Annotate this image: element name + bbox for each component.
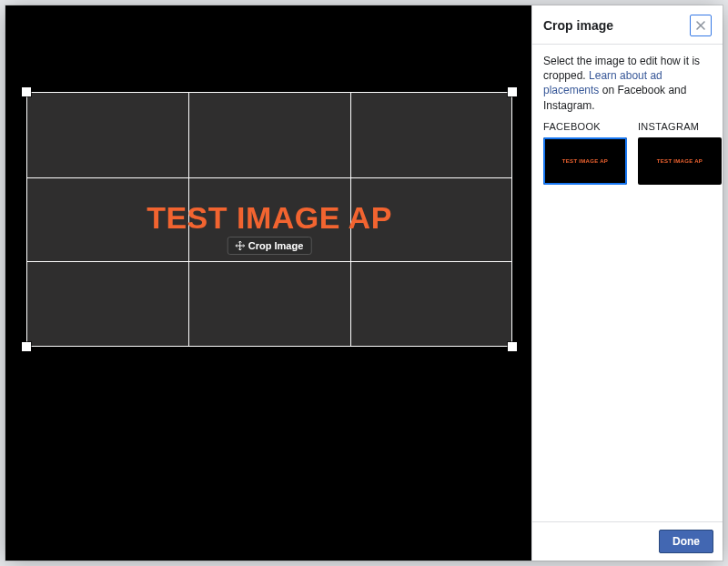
- crop-image-tooltip-label: Crop Image: [248, 240, 304, 251]
- instagram-thumb[interactable]: TEST IMAGE AP: [638, 137, 722, 185]
- image-overlay-text: TEST IMAGE AP: [27, 200, 511, 236]
- crop-handle-top-right[interactable]: [508, 87, 517, 96]
- close-button[interactable]: [690, 15, 712, 36]
- crop-handle-top-left[interactable]: [22, 87, 31, 96]
- thumb-mini-text: TEST IMAGE AP: [657, 157, 703, 165]
- facebook-thumb-col: FACEBOOK TEST IMAGE AP: [543, 120, 627, 185]
- sidebar-title: Crop image: [543, 18, 613, 33]
- crop-handle-bottom-right[interactable]: [508, 342, 517, 351]
- crop-handle-bottom-left[interactable]: [22, 342, 31, 351]
- instagram-thumb-col: INSTAGRAM TEST IMAGE AP: [638, 120, 722, 185]
- crop-image-dialog: TEST IMAGE AP Crop Image: [5, 5, 723, 561]
- thumb-mini-text: TEST IMAGE AP: [562, 157, 608, 165]
- placement-thumbnails: FACEBOOK TEST IMAGE AP INSTAGRAM TEST IM…: [543, 120, 712, 185]
- crop-box[interactable]: TEST IMAGE AP Crop Image: [27, 93, 511, 346]
- sidebar-body: Select the image to edit how it is cropp…: [532, 45, 723, 194]
- crop-stage: TEST IMAGE AP Crop Image: [5, 5, 531, 561]
- sidebar-footer: Done: [532, 521, 723, 561]
- thumb-label-instagram: INSTAGRAM: [638, 120, 722, 134]
- thumb-label-facebook: FACEBOOK: [543, 120, 627, 134]
- close-icon: [695, 20, 706, 31]
- grid-line: [27, 177, 511, 178]
- done-button[interactable]: Done: [659, 530, 713, 553]
- move-icon: [236, 241, 245, 250]
- grid-line: [27, 261, 511, 262]
- sidebar-header: Crop image: [532, 5, 723, 45]
- facebook-thumb[interactable]: TEST IMAGE AP: [543, 137, 627, 185]
- crop-sidebar: Crop image Select the image to edit how …: [531, 5, 723, 561]
- crop-image-tooltip[interactable]: Crop Image: [228, 237, 312, 255]
